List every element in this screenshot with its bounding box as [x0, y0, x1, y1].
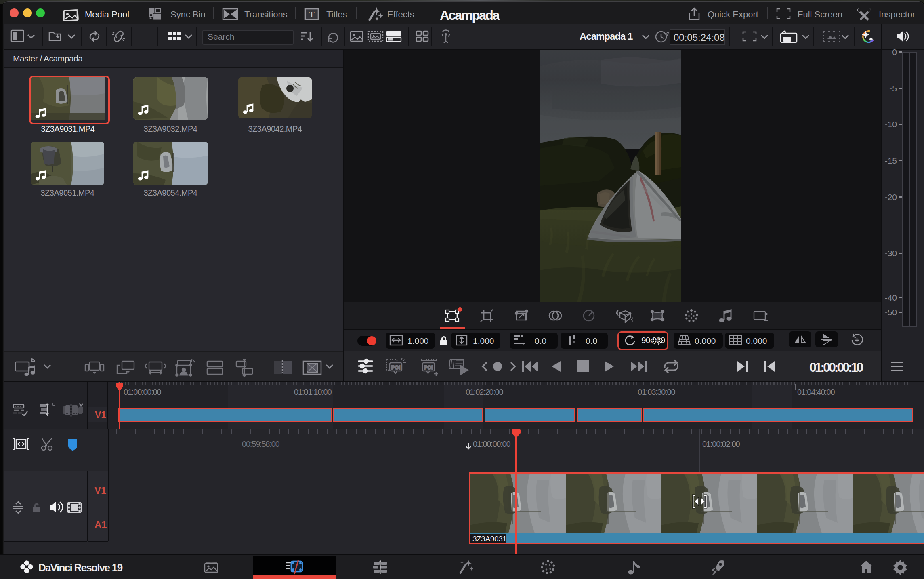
- svg-text:POI: POI: [391, 364, 400, 371]
- svg-text:POI: POI: [424, 364, 433, 371]
- svg-text:T: T: [309, 9, 315, 19]
- svg-text:HQ: HQ: [784, 37, 791, 42]
